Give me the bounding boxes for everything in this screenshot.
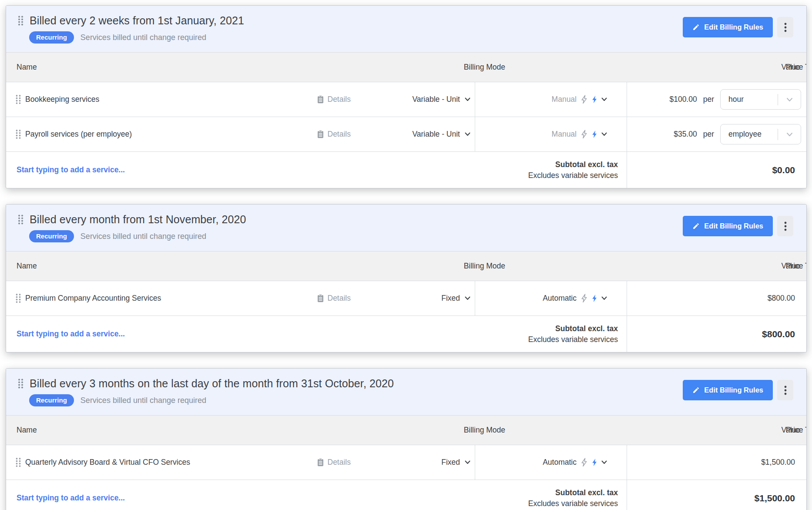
schedule-title: Billed every 3 months on the last day of… (30, 377, 394, 390)
service-name: Premium Company Accounting Services (25, 294, 317, 303)
subtotal-value: $1,500.00 (627, 480, 806, 510)
column-header-price-type: Price Type (700, 426, 807, 435)
kebab-menu-icon (784, 22, 787, 33)
chevron-down-icon (465, 132, 470, 136)
service-name-cell: Premium Company Accounting Services Deta… (6, 281, 475, 315)
details-button[interactable]: Details (317, 458, 351, 467)
column-header-name: Name (6, 63, 344, 72)
per-label: per (703, 130, 714, 139)
pencil-icon (692, 386, 700, 394)
price-type-dropdown[interactable]: Fixed (392, 458, 470, 467)
footer-left-cell: Start typing to add a service... Subtota… (6, 152, 627, 188)
add-service-input[interactable]: Start typing to add a service... (17, 329, 125, 339)
price-type-dropdown[interactable]: Variable - Unit (392, 130, 470, 139)
service-row: Payroll services (per employee) Details … (6, 117, 806, 152)
recurring-badge: Recurring (29, 394, 74, 406)
subtotal-block: Subtotal excl. tax Excludes variable ser… (528, 487, 618, 509)
more-options-button[interactable] (777, 216, 793, 236)
unit-select[interactable]: employee (720, 124, 801, 144)
price-type-value: Fixed (441, 458, 460, 467)
lightning-outline-icon (580, 95, 587, 104)
clipboard-icon (317, 95, 324, 104)
column-header-name: Name (6, 262, 344, 271)
schedule-header-actions: Edit Billing Rules (683, 380, 793, 400)
edit-billing-rules-button[interactable]: Edit Billing Rules (683, 216, 773, 236)
drag-handle-icon[interactable] (17, 214, 24, 225)
chevron-down-icon (601, 97, 607, 101)
drag-handle-icon[interactable] (17, 15, 24, 26)
table-header-row: Name Price Type Billing Mode Value (6, 415, 806, 445)
subtotal-note: Excludes variable services (528, 170, 618, 181)
billing-mode-value: Automatic (543, 458, 577, 467)
drag-handle-icon[interactable] (15, 293, 21, 303)
service-name: Bookkeeping services (25, 95, 317, 104)
value-cell: $800.00 (627, 281, 806, 315)
edit-billing-rules-label: Edit Billing Rules (704, 23, 763, 31)
subtotal-block: Subtotal excl. tax Excludes variable ser… (528, 323, 618, 345)
footer-left-cell: Start typing to add a service... Subtota… (6, 316, 627, 352)
price-type-value: Fixed (441, 294, 460, 303)
edit-billing-rules-button[interactable]: Edit Billing Rules (683, 17, 773, 37)
more-options-button[interactable] (777, 380, 793, 400)
schedule-header: Billed every month from 1st November, 20… (6, 205, 806, 251)
pencil-icon (692, 222, 700, 230)
details-button[interactable]: Details (317, 294, 351, 303)
add-service-input[interactable]: Start typing to add a service... (17, 493, 125, 503)
billing-mode-value: Manual (552, 130, 577, 139)
drag-handle-icon[interactable] (15, 457, 21, 467)
drag-handle-icon[interactable] (17, 378, 24, 389)
schedule-header: Billed every 3 months on the last day of… (6, 369, 806, 415)
details-label: Details (328, 130, 351, 139)
price-type-dropdown[interactable]: Variable - Unit (392, 95, 470, 104)
column-header-name: Name (6, 426, 344, 435)
schedule-title: Billed every 2 weeks from 1st January, 2… (30, 14, 244, 27)
unit-value: hour (721, 95, 778, 104)
billing-mode-value: Automatic (543, 294, 577, 303)
details-label: Details (328, 458, 351, 467)
value-cell: $35.00 per employee (627, 117, 806, 151)
table-header-row: Name Price Type Billing Mode Value (6, 52, 806, 82)
chevron-down-icon (465, 296, 470, 300)
lightning-filled-icon (591, 130, 597, 138)
drag-handle-icon[interactable] (15, 94, 21, 104)
details-button[interactable]: Details (317, 130, 351, 139)
pencil-icon (692, 23, 700, 31)
table-footer-row: Start typing to add a service... Subtota… (6, 480, 806, 510)
chevron-down-icon (601, 132, 607, 136)
price-type-value: Variable - Unit (412, 95, 460, 104)
edit-billing-rules-label: Edit Billing Rules (704, 386, 763, 394)
schedule-header: Billed every 2 weeks from 1st January, 2… (6, 6, 806, 52)
unit-select[interactable]: hour (720, 89, 801, 110)
price-type-dropdown[interactable]: Fixed (392, 294, 470, 303)
service-rows: Quarterly Advisory Board & Virtual CFO S… (6, 445, 806, 480)
billing-schedules-page: Billed every 2 weeks from 1st January, 2… (0, 0, 812, 510)
billing-schedule-card: Billed every month from 1st November, 20… (6, 204, 807, 352)
chevron-down-icon (778, 97, 801, 102)
column-header-price-type: Price Type (700, 262, 807, 271)
kebab-menu-icon (784, 385, 787, 396)
clipboard-icon (317, 130, 324, 138)
edit-billing-rules-button[interactable]: Edit Billing Rules (683, 380, 773, 400)
billing-mode-dropdown[interactable]: Manual (475, 117, 627, 151)
details-button[interactable]: Details (317, 95, 351, 104)
schedule-header-left: Billed every 3 months on the last day of… (17, 377, 394, 406)
billing-mode-dropdown[interactable]: Automatic (475, 281, 627, 315)
billing-mode-dropdown[interactable]: Manual (475, 82, 627, 117)
add-service-input[interactable]: Start typing to add a service... (17, 165, 125, 174)
billing-mode-value: Manual (552, 95, 577, 104)
billing-mode-dropdown[interactable]: Automatic (475, 445, 627, 480)
schedule-header-left: Billed every 2 weeks from 1st January, 2… (17, 14, 244, 44)
schedule-header-left: Billed every month from 1st November, 20… (17, 213, 246, 242)
table-footer-row: Start typing to add a service... Subtota… (6, 152, 806, 188)
lightning-outline-icon (580, 458, 587, 467)
subtotal-value: $0.00 (627, 152, 806, 188)
clipboard-icon (317, 458, 324, 466)
lightning-outline-icon (580, 294, 587, 303)
kebab-menu-icon (784, 221, 787, 232)
service-name: Quarterly Advisory Board & Virtual CFO S… (25, 458, 317, 467)
column-header-billing-mode: Billing Mode (362, 262, 514, 271)
subtotal-label: Subtotal excl. tax (528, 487, 618, 498)
service-name-cell: Bookkeeping services Details Variable - … (6, 82, 475, 117)
more-options-button[interactable] (777, 17, 793, 37)
drag-handle-icon[interactable] (15, 129, 21, 139)
